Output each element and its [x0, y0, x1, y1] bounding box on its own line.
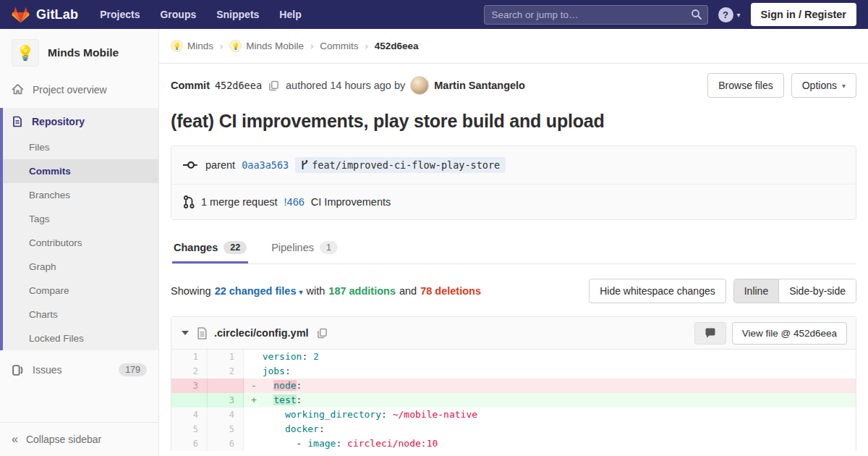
breadcrumb-item-minds[interactable]: 💡 Minds: [171, 40, 213, 52]
new-line-number[interactable]: 6: [208, 436, 244, 451]
diff-filename[interactable]: .circleci/config.yml: [214, 327, 309, 339]
commit-icon: [183, 160, 199, 170]
code-token: :: [297, 380, 302, 391]
diff-row: 22 jobs:: [171, 364, 856, 379]
old-line-number[interactable]: [171, 393, 208, 408]
code-line: docker:: [244, 422, 856, 436]
sidebar-item-commits[interactable]: Commits: [3, 159, 158, 183]
gitlab-logo[interactable]: GitLab: [12, 6, 78, 24]
copy-path-button[interactable]: [315, 326, 329, 340]
sidebar-section-repository: Repository Files Commits Branches Tags C…: [0, 108, 158, 350]
new-line-number[interactable]: 4: [208, 408, 244, 422]
sidebar-item-label: Repository: [32, 116, 85, 127]
with-label: with: [307, 285, 326, 297]
nav-item-groups[interactable]: Groups: [160, 9, 196, 20]
sidebar-item-project-overview[interactable]: Project overview: [0, 75, 158, 104]
code-token: jobs: [263, 366, 285, 376]
sidebar-project-link[interactable]: 💡 Minds Mobile: [0, 29, 158, 75]
sidebar-item-contributors[interactable]: Contributors: [3, 231, 158, 255]
diff-table: 11 version: 222 jobs:3- node:3+ test:44 …: [171, 350, 856, 451]
parent-row: parent 0aa3a563 feat/improved-ci-flow-pl…: [171, 146, 856, 184]
sidebar-item-charts[interactable]: Charts: [3, 303, 158, 326]
diff-marker: [251, 408, 263, 422]
sidebar-item-issues[interactable]: Issues 179: [0, 355, 158, 384]
old-line-number[interactable]: 5: [171, 422, 208, 436]
code-token: :: [285, 366, 291, 376]
code-token: circleci/node:10: [347, 438, 438, 449]
breadcrumb-separator: ›: [220, 41, 223, 51]
diff-marker: [251, 350, 263, 364]
view-file-button[interactable]: View file @ 452d6eea: [732, 322, 847, 345]
chevron-down-icon: ▾: [737, 11, 741, 19]
tab-pipelines[interactable]: Pipelines 1: [270, 232, 339, 263]
diff-file-card: .circleci/config.yml View file @ 452d6ee…: [171, 316, 856, 451]
code-token: image: [307, 438, 336, 449]
breadcrumb-item-sha: 452d6eea: [375, 41, 419, 51]
old-line-number[interactable]: 1: [171, 350, 208, 364]
collapse-diff-caret-icon[interactable]: [182, 331, 189, 335]
project-avatar-small: 💡: [229, 40, 242, 52]
new-line-number[interactable]: 5: [208, 422, 244, 436]
tab-label: Pipelines: [271, 242, 314, 253]
new-line-number[interactable]: 2: [208, 364, 244, 379]
toggle-comments-button[interactable]: [694, 322, 726, 345]
search-icon[interactable]: [691, 9, 702, 20]
old-line-number[interactable]: 3: [171, 379, 208, 393]
new-line-number[interactable]: 1: [208, 350, 244, 364]
new-line-number[interactable]: [208, 379, 244, 393]
collapse-sidebar-button[interactable]: « Collapse sidebar: [0, 422, 158, 456]
diff-marker: +: [251, 393, 263, 408]
sidebar-item-label: Issues: [33, 364, 61, 376]
comment-bubble-icon: [705, 328, 716, 339]
issues-icon: [12, 364, 24, 376]
branch-ref-chip[interactable]: feat/improved-ci-flow-play-store: [295, 157, 506, 173]
sidebar-item-locked-files[interactable]: Locked Files: [3, 326, 158, 350]
inline-view-button[interactable]: Inline: [734, 279, 778, 303]
sidebar-item-repository[interactable]: Repository: [3, 108, 158, 135]
tab-changes[interactable]: Changes 22: [172, 232, 248, 263]
breadcrumb-item-minds-mobile[interactable]: 💡 Minds Mobile: [229, 40, 304, 52]
nav-item-help[interactable]: Help: [279, 9, 301, 20]
old-line-number[interactable]: 4: [171, 408, 208, 422]
changed-files-dropdown[interactable]: 22 changed files ▾: [215, 285, 303, 297]
sidebar-item-branches[interactable]: Branches: [3, 183, 158, 207]
sidebar-item-tags[interactable]: Tags: [3, 207, 158, 231]
nav-item-projects[interactable]: Projects: [100, 9, 140, 20]
diff-view-toggle: Inline Side-by-side: [733, 279, 856, 303]
options-dropdown-button[interactable]: Options ▾: [791, 73, 856, 98]
code-line: jobs:: [244, 364, 856, 379]
merge-request-row: 1 merge request !466 CI Improvements: [171, 184, 856, 219]
hide-whitespace-button[interactable]: Hide whitespace changes: [589, 279, 726, 303]
diff-row: 55 docker:: [171, 422, 856, 436]
commit-sha: 452d6eea: [215, 80, 262, 91]
sign-in-register-button[interactable]: Sign in / Register: [751, 3, 856, 26]
diff-row: 66 - image: circleci/node:10: [171, 436, 856, 451]
merge-request-icon: [183, 195, 195, 208]
diff-row: 11 version: 2: [171, 350, 856, 364]
author-name[interactable]: Martin Santangelo: [434, 80, 525, 91]
breadcrumb-separator: ›: [310, 41, 313, 51]
side-by-side-view-button[interactable]: Side-by-side: [778, 279, 856, 303]
options-label: Options: [802, 80, 837, 91]
search-input[interactable]: [484, 5, 708, 25]
deletions-count: 78 deletions: [420, 285, 481, 297]
sidebar-item-files[interactable]: Files: [3, 135, 158, 159]
nav-item-snippets[interactable]: Snippets: [216, 9, 259, 20]
sidebar-item-graph[interactable]: Graph: [3, 255, 158, 279]
code-token: node: [273, 380, 296, 391]
commit-title: (feat) CI improvements, play store build…: [171, 111, 856, 132]
old-line-number[interactable]: 6: [171, 436, 208, 451]
breadcrumb-item-commits[interactable]: Commits: [320, 41, 358, 51]
copy-sha-button[interactable]: [267, 79, 281, 93]
commit-label: Commit: [171, 80, 210, 91]
author-avatar[interactable]: [410, 76, 429, 95]
top-navbar: GitLab Projects Groups Snippets Help ? ▾…: [0, 0, 868, 29]
old-line-number[interactable]: 2: [171, 364, 208, 379]
browse-files-button[interactable]: Browse files: [707, 73, 783, 98]
help-menu[interactable]: ? ▾: [718, 7, 741, 22]
sidebar-item-compare[interactable]: Compare: [3, 279, 158, 303]
parent-sha-link[interactable]: 0aa3a563: [242, 159, 289, 171]
merge-request-id-link[interactable]: !466: [284, 196, 305, 208]
new-line-number[interactable]: 3: [208, 393, 244, 408]
gitlab-tanuki-icon: [12, 6, 30, 24]
